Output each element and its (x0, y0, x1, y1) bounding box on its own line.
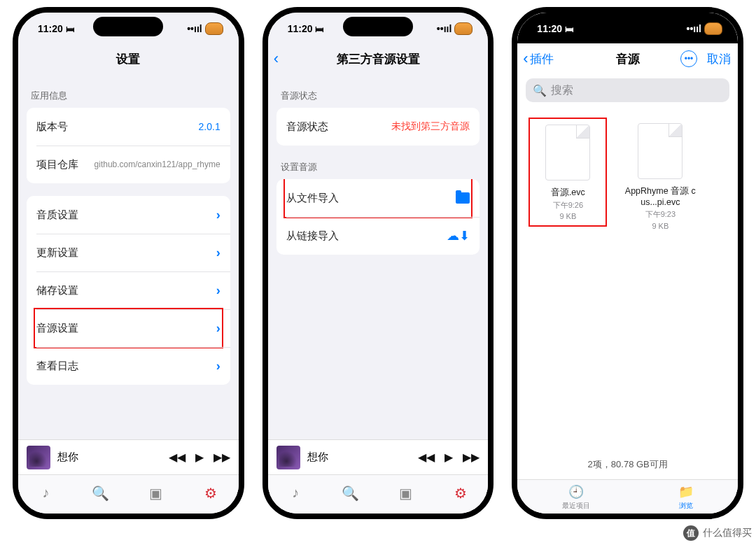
song-title: 想你 (57, 451, 162, 464)
page-title: 音源 (616, 51, 640, 67)
file-item[interactable]: AppRhyme 音源 cus...pi.evc 下午9:23 9 KB (624, 119, 696, 231)
cell-log[interactable]: 查看日志 › (27, 347, 230, 385)
sleep-icon (315, 23, 323, 34)
highlight-box: 音源.evc 下午9:26 9 KB (528, 118, 607, 227)
file-item[interactable]: 音源.evc 下午9:26 9 KB (531, 119, 604, 225)
chevron-right-icon: › (216, 246, 220, 260)
page-title: 设置 (116, 51, 140, 67)
nav-bar: ‹ 插件 音源 ••• 取消 (517, 43, 738, 74)
sleep-icon (66, 23, 74, 34)
clock-icon: 🕘 (568, 484, 584, 500)
tab-music-icon[interactable]: ♪ (31, 485, 59, 501)
prev-icon[interactable]: ◀◀ (169, 451, 186, 464)
folder-icon (456, 192, 470, 204)
search-input[interactable]: 🔍 搜索 (526, 78, 729, 102)
chevron-left-icon: ‹ (523, 50, 528, 68)
tab-browse[interactable]: 📁 浏览 (678, 484, 694, 511)
tab-settings-icon[interactable]: ⚙ (197, 485, 225, 502)
repo-label: 项目仓库 (36, 158, 78, 171)
status-time: 11:20 (537, 23, 562, 34)
page-title: 第三方音源设置 (337, 51, 420, 67)
cancel-button[interactable]: 取消 (707, 51, 731, 67)
cell-source[interactable]: 音源设置 › (27, 309, 230, 347)
version-label: 版本号 (36, 120, 68, 134)
cell-import-file[interactable]: 从文件导入 (276, 179, 480, 217)
tab-recent[interactable]: 🕘 最近项目 (562, 484, 590, 511)
file-name: AppRhyme 音源 cus...pi.evc (624, 186, 696, 208)
storage-status: 2项，80.78 GB可用 (517, 447, 738, 479)
tab-search-icon[interactable]: 🔍 (337, 485, 365, 502)
file-thumb-icon (638, 123, 682, 179)
cell-import-link[interactable]: 从链接导入 ☁︎⬇ (276, 217, 480, 255)
file-time: 下午9:26 (533, 200, 603, 210)
next-icon[interactable]: ▶▶ (463, 451, 479, 464)
cell-source-status: 音源状态 未找到第三方音源 (276, 108, 480, 146)
section-header-set: 设置音源 (268, 146, 489, 179)
play-icon[interactable]: ▶ (444, 451, 453, 464)
chevron-right-icon: › (216, 321, 220, 336)
nav-bar: 设置 (18, 43, 239, 74)
file-name: 音源.evc (533, 187, 603, 199)
file-size: 9 KB (533, 211, 603, 221)
sleep-icon (565, 23, 573, 34)
status-value: 未找到第三方音源 (391, 120, 470, 133)
cell-update[interactable]: 更新设置 › (27, 234, 230, 271)
album-art[interactable] (27, 446, 50, 469)
folder-icon: 📁 (678, 484, 694, 500)
status-time: 11:20 (38, 23, 63, 34)
battery-bread-icon (704, 22, 722, 35)
file-thumb-icon (545, 125, 590, 181)
status-time: 11:20 (288, 23, 313, 34)
battery-bread-icon (205, 22, 223, 35)
song-title: 想你 (307, 451, 412, 464)
watermark-logo-icon: 值 (683, 525, 699, 541)
file-time: 下午9:23 (624, 209, 696, 219)
notch (593, 17, 663, 36)
back-button[interactable]: ‹ 插件 (523, 50, 553, 68)
tab-library-icon[interactable]: ▣ (391, 485, 419, 502)
album-art[interactable] (276, 446, 300, 469)
chevron-right-icon: › (216, 208, 220, 222)
player-bar[interactable]: 想你 ◀◀ ▶ ▶▶ (18, 439, 239, 474)
phone-settings: 11:20 ••ııl 设置 应用信息 版本号 2.0.1 (13, 7, 244, 519)
back-button[interactable]: ‹ (274, 50, 280, 68)
phone-file-picker: 11:20 ••ııl ‹ 插件 音源 ••• 取消 (512, 7, 743, 519)
search-icon: 🔍 (533, 84, 547, 97)
cell-storage[interactable]: 储存设置 › (27, 271, 230, 309)
chevron-left-icon: ‹ (274, 50, 279, 68)
picker-tab-bar: 🕘 最近项目 📁 浏览 (517, 479, 738, 514)
status-label: 音源状态 (286, 120, 328, 134)
chevron-right-icon: › (216, 283, 220, 298)
more-button[interactable]: ••• (680, 50, 697, 67)
phone-source-settings: 11:20 ••ııl ‹ 第三方音源设置 音源状态 音源状态 (262, 7, 494, 519)
tab-bar: ♪ 🔍 ▣ ⚙ (18, 474, 239, 514)
notch (343, 17, 413, 36)
file-size: 9 KB (624, 221, 696, 231)
chevron-right-icon: › (216, 359, 220, 374)
version-value: 2.0.1 (199, 121, 220, 132)
battery-bread-icon (454, 22, 472, 35)
section-header-status: 音源状态 (268, 74, 489, 108)
notch (93, 17, 163, 36)
back-label: 插件 (530, 51, 554, 67)
signal-icon: ••ııl (437, 23, 451, 34)
cell-version[interactable]: 版本号 2.0.1 (27, 108, 230, 146)
cloud-download-icon: ☁︎⬇ (447, 228, 470, 243)
watermark: 值 什么值得买 (683, 525, 752, 541)
tab-settings-icon[interactable]: ⚙ (447, 485, 475, 502)
cell-quality[interactable]: 音质设置 › (27, 196, 230, 234)
next-icon[interactable]: ▶▶ (214, 451, 230, 464)
section-header-appinfo: 应用信息 (18, 74, 239, 108)
cell-repo[interactable]: 项目仓库 github.com/canxin121/app_rhyme (27, 146, 230, 183)
tab-library-icon[interactable]: ▣ (142, 485, 170, 502)
nav-bar: ‹ 第三方音源设置 (268, 43, 489, 74)
search-placeholder: 搜索 (551, 83, 573, 98)
prev-icon[interactable]: ◀◀ (418, 451, 435, 464)
tab-music-icon[interactable]: ♪ (281, 485, 309, 501)
repo-value: github.com/canxin121/app_rhyme (94, 160, 220, 169)
play-icon[interactable]: ▶ (195, 451, 204, 464)
files-grid: 音源.evc 下午9:26 9 KB AppRhyme 音源 cus...pi.… (517, 109, 738, 447)
player-bar[interactable]: 想你 ◀◀ ▶ ▶▶ (268, 439, 489, 474)
watermark-text: 什么值得买 (703, 527, 752, 539)
tab-search-icon[interactable]: 🔍 (87, 485, 115, 502)
